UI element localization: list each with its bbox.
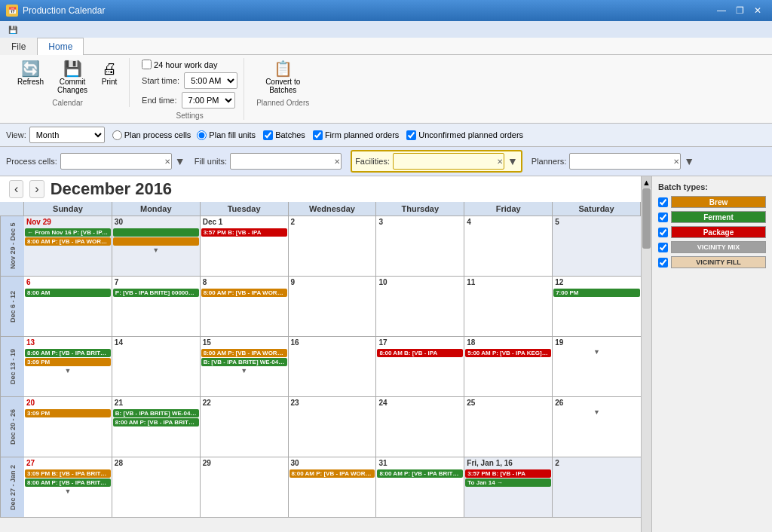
tab-file[interactable]: File <box>0 38 37 55</box>
batches-checkbox[interactable] <box>263 130 273 140</box>
cal-day-24[interactable]: 24 <box>376 397 464 457</box>
event-31-1[interactable]: 8:00 AM P: [VB - IPA BRITE] 000000000000… <box>377 469 463 478</box>
event-8-1[interactable]: 8:00 AM P: [VB - IPA WORT] 0000000( 5:00… <box>201 289 287 297</box>
expand-27[interactable]: ▼ <box>24 488 112 495</box>
24hr-checkbox[interactable] <box>142 60 152 69</box>
cal-day-23[interactable]: 23 <box>289 397 377 457</box>
event-17-1[interactable]: 8:00 AM B: [VB - IPA <box>377 349 463 357</box>
planners-clear[interactable]: ✕ <box>673 157 679 166</box>
cal-day-10[interactable]: 10 <box>376 277 464 336</box>
event-jan1-span[interactable]: To Jan 14 → <box>465 478 551 487</box>
print-button[interactable]: 🖨 Print <box>96 58 123 89</box>
expand-19[interactable]: ▼ <box>553 348 641 356</box>
24hr-checkbox-label[interactable]: 24 hour work day <box>142 60 217 69</box>
process-cells-input[interactable] <box>60 153 172 170</box>
cal-day-18[interactable]: 18 5:00 AM P: [VB - IPA KEG] 0000000000 … <box>464 337 553 396</box>
end-time-select[interactable]: 7:00 PM <box>182 92 235 109</box>
quick-save-icon[interactable]: 💾 <box>6 23 20 36</box>
firm-checkbox-label[interactable]: Firm planned orders <box>313 130 399 140</box>
commit-button[interactable]: 💾 CommitChanges <box>52 58 93 97</box>
cal-day-5[interactable]: 5 <box>553 216 641 276</box>
expand-15[interactable]: ▼ <box>201 367 288 375</box>
event-nov29-1[interactable]: ← From Nov 16 P: [VB - IPA BRITE] 000 5:… <box>25 228 111 237</box>
planners-dropdown-icon[interactable]: ▼ <box>684 155 694 167</box>
facilities-clear[interactable]: ✕ <box>497 157 503 166</box>
event-dec1-1[interactable]: 3:57 PM B: [VB - IPA <box>201 228 287 237</box>
cal-day-15[interactable]: 15 8:00 AM P: [VB - IPA WORT] 0000000( 8… <box>201 337 289 396</box>
event-12-1[interactable]: 7:00 PM <box>553 289 640 297</box>
maximize-button[interactable]: ❐ <box>731 4 748 17</box>
brew-checkbox[interactable] <box>658 197 668 207</box>
expand-13[interactable]: ▼ <box>24 367 112 375</box>
cal-day-16[interactable]: 16 <box>289 337 377 396</box>
cal-day-dec1[interactable]: Dec 1 3:57 PM B: [VB - IPA <box>201 216 289 276</box>
cal-day-30[interactable]: 30 8:00 AM P: [VB - IPA WORT] 0000000( 5… <box>289 457 377 517</box>
next-month-button[interactable]: › <box>29 180 44 198</box>
fill-units-clear[interactable]: ✕ <box>334 157 340 166</box>
cal-day-30[interactable]: 30 ▼ <box>112 216 201 276</box>
cal-day-13[interactable]: 13 8:00 AM P: [VB - IPA BRITE] 0000000( … <box>24 337 112 396</box>
scroll-up-button[interactable]: ▲ <box>642 176 651 188</box>
process-cells-dropdown-icon[interactable]: ▼ <box>175 155 185 167</box>
event-30-1[interactable] <box>113 228 199 237</box>
event-30b-1[interactable]: 8:00 AM P: [VB - IPA WORT] 0000000( 5:00… <box>290 469 375 478</box>
cal-day-26[interactable]: 26 ▼ <box>553 397 641 457</box>
cal-day-2[interactable]: 2 <box>289 216 377 276</box>
cal-day-17[interactable]: 17 8:00 AM B: [VB - IPA <box>376 337 464 396</box>
plan-process-radio[interactable] <box>112 130 122 140</box>
cal-day-22[interactable]: 22 <box>201 397 289 457</box>
cal-day-20[interactable]: 20 3:09 PM <box>24 397 112 457</box>
cal-day-9[interactable]: 9 <box>289 277 377 336</box>
tab-home[interactable]: Home <box>37 38 84 55</box>
expand-26[interactable]: ▼ <box>553 408 641 416</box>
cal-day-21[interactable]: 21 B: [VB - IPA BRITE] WE-0463-36 12:00 … <box>112 397 201 457</box>
facilities-input[interactable] <box>393 153 504 170</box>
event-15-1[interactable]: 8:00 AM P: [VB - IPA WORT] 0000000( 8:00… <box>201 349 287 357</box>
process-cells-clear[interactable]: ✕ <box>164 157 170 166</box>
firm-checkbox[interactable] <box>313 130 323 140</box>
cal-day-6[interactable]: 6 8:00 AM <box>24 277 112 336</box>
event-15-span[interactable]: B: [VB - IPA BRITE] WE-0463-36 12:00 AM <box>201 358 287 366</box>
cal-day-11[interactable]: 11 <box>464 277 553 336</box>
unfirm-checkbox-label[interactable]: Unconfirmed planned orders <box>406 130 523 140</box>
calendar-scrollbar[interactable]: ▲ ▼ <box>641 176 651 532</box>
cal-day-4[interactable]: 4 <box>464 216 553 276</box>
event-27-1[interactable]: 3:09 PM B: [VB - IPA BRITE] WE-0463 12:0… <box>25 469 111 478</box>
event-13-2[interactable]: 3:09 PM <box>25 358 111 366</box>
ferment-checkbox[interactable] <box>658 212 668 222</box>
prev-month-button[interactable]: ‹ <box>9 180 23 198</box>
close-button[interactable]: ✕ <box>749 4 766 17</box>
cal-day-jan2[interactable]: 2 <box>553 457 641 517</box>
unfirm-checkbox[interactable] <box>406 130 416 140</box>
planners-input[interactable] <box>569 153 681 170</box>
cal-day-7[interactable]: 7 P: [VB - IPA BRITE] 000000000000008869… <box>112 277 201 336</box>
cal-day-12[interactable]: 12 7:00 PM <box>553 277 641 336</box>
event-20-1[interactable]: 3:09 PM <box>25 409 111 417</box>
cal-day-31[interactable]: 31 8:00 AM P: [VB - IPA BRITE] 000000000… <box>376 457 464 517</box>
view-select[interactable]: Month Week Day <box>29 127 105 143</box>
facilities-dropdown-icon[interactable]: ▼ <box>507 155 518 167</box>
expand-arrow-30[interactable]: ▼ <box>112 246 200 254</box>
vicinity-fill-checkbox[interactable] <box>658 258 668 268</box>
plan-process-radio-label[interactable]: Plan process cells <box>112 130 191 140</box>
plan-fill-radio[interactable] <box>197 130 207 140</box>
vicinity-mix-checkbox[interactable] <box>658 243 668 252</box>
event-6-1[interactable]: 8:00 AM <box>25 289 111 297</box>
event-7-span[interactable]: P: [VB - IPA BRITE] 0000000000000088692 <box>113 289 199 297</box>
cal-day-3[interactable]: 3 <box>376 216 464 276</box>
event-21-span1[interactable]: B: [VB - IPA BRITE] WE-0463-36 12:00 AM <box>113 409 199 417</box>
event-jan1-1[interactable]: 3:57 PM B: [VB - IPA <box>465 469 551 478</box>
cal-day-28[interactable]: 28 <box>112 457 201 517</box>
minimize-button[interactable]: — <box>713 4 730 17</box>
cal-day-27[interactable]: 27 3:09 PM B: [VB - IPA BRITE] WE-0463 1… <box>24 457 112 517</box>
cal-day-29[interactable]: 29 <box>201 457 289 517</box>
event-nov29-2[interactable]: 8:00 AM P: [VB - IPA WORT] 0000000( 5:00… <box>25 237 111 246</box>
event-27-2[interactable]: 8:00 AM P: [VB - IPA BRITE] 0000000( 5:0… <box>25 478 111 487</box>
fill-units-input[interactable] <box>230 153 342 170</box>
plan-fill-radio-label[interactable]: Plan fill units <box>197 130 256 140</box>
event-13-1[interactable]: 8:00 AM P: [VB - IPA BRITE] 0000000( 7:0… <box>25 349 111 357</box>
event-30-2[interactable] <box>113 237 199 246</box>
cal-day-jan1[interactable]: Fri, Jan 1, 16 3:57 PM B: [VB - IPA To J… <box>464 457 553 517</box>
refresh-button[interactable]: 🔄 Refresh <box>12 58 49 89</box>
start-time-select[interactable]: 5:00 AM <box>184 72 237 89</box>
